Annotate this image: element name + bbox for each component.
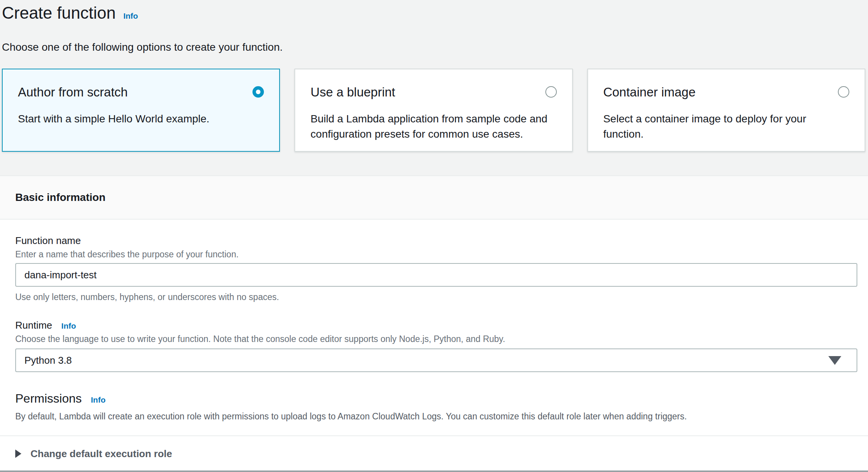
permissions-heading-row: Permissions Info — [15, 391, 857, 406]
basic-information-header: Basic information — [0, 175, 868, 220]
card-title-row: Container image — [603, 85, 849, 100]
page-header: Create function Info Choose one of the f… — [0, 0, 868, 175]
spacer — [2, 152, 865, 175]
option-card-use-a-blueprint[interactable]: Use a blueprint Build a Lambda applicati… — [294, 69, 572, 152]
function-name-constraint: Use only letters, numbers, hyphens, or u… — [15, 292, 857, 302]
runtime-label: Runtime — [15, 319, 52, 331]
basic-information-heading: Basic information — [15, 191, 105, 204]
runtime-help: Choose the language to use to write your… — [15, 334, 857, 344]
card-title: Author from scratch — [18, 85, 128, 100]
permissions-section: Permissions Info By default, Lambda will… — [15, 391, 857, 422]
permissions-heading: Permissions — [15, 391, 82, 406]
card-description: Select a container image to deploy for y… — [603, 111, 849, 142]
runtime-info-link[interactable]: Info — [61, 321, 76, 331]
basic-information-panel: Function name Enter a name that describe… — [0, 220, 868, 472]
title-info-link[interactable]: Info — [123, 11, 138, 21]
page-subtitle: Choose one of the following options to c… — [2, 41, 865, 53]
card-title-row: Use a blueprint — [310, 85, 556, 100]
function-name-label: Function name — [15, 235, 857, 246]
runtime-selected-value: Python 3.8 — [24, 355, 72, 366]
function-name-help: Enter a name that describes the purpose … — [15, 249, 857, 259]
title-row: Create function Info — [2, 2, 865, 24]
creation-option-cards: Author from scratch Start with a simple … — [2, 69, 865, 152]
permissions-info-link[interactable]: Info — [91, 395, 105, 405]
radio-selected-icon[interactable] — [252, 86, 264, 98]
option-card-container-image[interactable]: Container image Select a container image… — [587, 69, 865, 152]
card-title: Container image — [603, 85, 696, 100]
radio-unselected-icon[interactable] — [545, 86, 557, 98]
runtime-select[interactable]: Python 3.8 — [15, 348, 857, 372]
option-card-author-from-scratch[interactable]: Author from scratch Start with a simple … — [2, 69, 280, 152]
divider — [0, 435, 868, 436]
card-title: Use a blueprint — [310, 85, 395, 100]
card-description: Start with a simple Hello World example. — [18, 111, 264, 127]
permissions-description: By default, Lambda will create an execut… — [15, 411, 857, 422]
radio-unselected-icon[interactable] — [838, 86, 849, 98]
runtime-label-row: Runtime Info — [15, 319, 857, 331]
card-description: Build a Lambda application from sample c… — [310, 111, 556, 142]
page-title: Create function — [2, 2, 116, 24]
card-title-row: Author from scratch — [18, 85, 264, 100]
change-default-execution-role-toggle[interactable]: Change default execution role — [15, 448, 172, 460]
runtime-field-group: Runtime Info Choose the language to use … — [15, 319, 857, 372]
triangle-right-icon — [15, 450, 21, 458]
change-default-execution-role-label: Change default execution role — [31, 448, 172, 460]
function-name-input[interactable] — [15, 263, 857, 287]
caret-down-icon — [828, 356, 841, 365]
function-name-field-group: Function name Enter a name that describe… — [15, 235, 857, 302]
